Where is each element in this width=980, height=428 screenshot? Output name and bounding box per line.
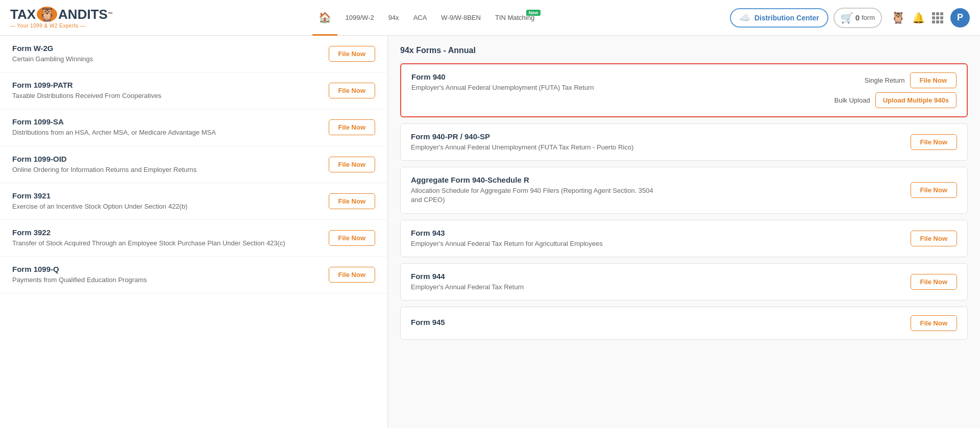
form-info: Form 1099-PATR Taxable Distributions Rec… [12,81,329,100]
bulk-upload-label: Bulk Upload [835,96,870,104]
form-info: Form 943 Employer's Annual Federal Tax R… [411,229,911,248]
form-940-name: Form 940 [411,72,835,81]
file-now-button[interactable]: File Now [329,46,375,62]
form-info: Form 3922 Transfer of Stock Acquired Thr… [12,228,329,248]
logo-subtitle: — Your 1099 & W2 Experts — [10,23,86,29]
form-card: Form 943 Employer's Annual Federal Tax R… [400,220,968,257]
nav-1099w2-label: 1099/W-2 [346,14,374,21]
form-name: Form 1099-SA [12,117,329,126]
nav-aca-label: ACA [413,14,427,21]
user-avatar-button[interactable]: P [950,8,970,28]
form-info: Form 940-PR / 940-SP Employer's Annual F… [411,132,911,152]
form-info: Form 945 [411,318,911,329]
distribution-center-button[interactable]: ☁️ Distribution Center [730,8,828,28]
list-item: Form 1099-SA Distributions from an HSA, … [0,109,387,146]
form-desc: Employer's Annual Federal Tax Return for… [411,239,656,248]
form-name: Form 943 [411,229,911,237]
form-name: Form 1099-OID [12,155,329,163]
cloud-upload-icon: ☁️ [739,12,750,23]
file-now-button[interactable]: File Now [329,83,375,98]
logo-owl: 🦉 [37,7,57,22]
app-header: TAX 🦉 ANDITS ™ — Your 1099 & W2 Experts … [0,0,980,36]
form-desc: Employer's Annual Federal Tax Return [411,283,656,292]
list-item: Form 3922 Transfer of Stock Acquired Thr… [0,220,387,257]
form-940-file-now-button[interactable]: File Now [910,72,957,88]
cart-icon: 🛒 [841,12,853,24]
list-item: Form 3921 Exercise of an Incentive Stock… [0,183,387,220]
file-now-button[interactable]: File Now [911,182,957,198]
file-now-button[interactable]: File Now [329,119,375,135]
cart-label: form [862,14,875,21]
nav-94x[interactable]: 94x [382,12,405,23]
form-name: Form W-2G [12,44,329,53]
nav-tin[interactable]: New TIN Matching [489,12,541,23]
grid-apps-button[interactable] [932,12,943,23]
nav-w9-label: W-9/W-8BEN [441,14,481,21]
nav-w9[interactable]: W-9/W-8BEN [435,12,487,23]
logo-title: TAX 🦉 ANDITS ™ [10,7,113,22]
file-now-button[interactable]: File Now [329,267,375,283]
home-icon: 🏠 [318,11,331,23]
nav-home[interactable]: 🏠 [312,9,337,27]
file-now-button[interactable]: File Now [911,315,957,331]
tin-badge-new: New [526,10,541,16]
form-desc: Payments from Qualified Education Progra… [12,275,329,285]
form-desc: Exercise of an Incentive Stock Option Un… [12,202,329,211]
form-name: Aggregate Form 940-Schedule R [411,175,911,184]
form-940-desc: Employer's Annual Federal Unemployment (… [411,83,656,92]
form-card-header: Form 940 Employer's Annual Federal Unemp… [411,72,957,108]
grid-icon [932,12,943,23]
single-return-row: Single Return File Now [865,72,957,88]
form-info: Form 1099-Q Payments from Qualified Educ… [12,265,329,285]
form-name: Form 945 [411,318,911,326]
form-card: Form 940-PR / 940-SP Employer's Annual F… [400,123,968,161]
form-card-actions: Single Return File Now Bulk Upload Uploa… [835,72,957,108]
form-info: Form 944 Employer's Annual Federal Tax R… [411,272,911,292]
main-content: Form W-2G Certain Gambling Winnings File… [0,36,980,428]
logo-area: TAX 🦉 ANDITS ™ — Your 1099 & W2 Experts … [10,7,113,29]
user-icon-button[interactable]: 🦉 [891,11,905,24]
form-name: Form 3921 [12,191,329,200]
form-desc: Certain Gambling Winnings [12,55,329,64]
list-item: Form 1099-Q Payments from Qualified Educ… [0,257,387,293]
cart-button[interactable]: 🛒 0 form [834,8,882,28]
form-desc: Transfer of Stock Acquired Through an Em… [12,239,329,248]
form-card-left: Form 940 Employer's Annual Federal Unemp… [411,72,835,92]
file-now-button[interactable]: File Now [329,193,375,209]
form-info: Form 1099-OID Online Ordering for Inform… [12,155,329,174]
file-now-button[interactable]: File Now [911,274,957,290]
logo-andits: ANDITS [58,8,108,21]
form-card: Form 944 Employer's Annual Federal Tax R… [400,263,968,300]
notification-bell-button[interactable]: 🔔 [912,12,925,24]
file-now-button[interactable]: File Now [329,230,375,246]
form-name: Form 1099-PATR [12,81,329,89]
bulk-upload-row: Bulk Upload Upload Multiple 940s [835,92,957,108]
left-panel: Form W-2G Certain Gambling Winnings File… [0,36,388,428]
single-return-label: Single Return [865,77,905,84]
form-name: Form 3922 [12,228,329,237]
list-item: Form 1099-OID Online Ordering for Inform… [0,146,387,183]
nav-aca[interactable]: ACA [407,12,433,23]
cart-count: 0 [855,13,860,22]
nav-94x-label: 94x [388,14,399,21]
form-name: Form 944 [411,272,911,281]
distribution-center-label: Distribution Center [754,14,819,22]
logo-tm: ™ [108,12,113,17]
main-nav: 🏠 1099/W-2 94x ACA W-9/W-8BEN New TIN Ma… [128,9,725,27]
form-desc: Distributions from an HSA, Archer MSA, o… [12,128,329,137]
form-name: Form 940-PR / 940-SP [411,132,911,141]
upload-multiple-940s-button[interactable]: Upload Multiple 940s [875,92,957,108]
logo-tax: TAX [10,8,36,21]
file-now-button[interactable]: File Now [911,134,957,150]
nav-1099w2[interactable]: 1099/W-2 [339,12,380,23]
file-now-button[interactable]: File Now [329,157,375,172]
form-info: Aggregate Form 940-Schedule R Allocation… [411,175,911,205]
section-title: 94x Forms - Annual [400,46,968,55]
list-item: Form 1099-PATR Taxable Distributions Rec… [0,72,387,109]
avatar-label: P [957,12,963,23]
form-desc: Taxable Distributions Received From Coop… [12,91,329,100]
form-desc: Allocation Schedule for Aggregate Form 9… [411,186,656,205]
form-name: Form 1099-Q [12,265,329,273]
file-now-button[interactable]: File Now [911,231,957,246]
header-icons: 🦉 🔔 P [891,8,970,28]
